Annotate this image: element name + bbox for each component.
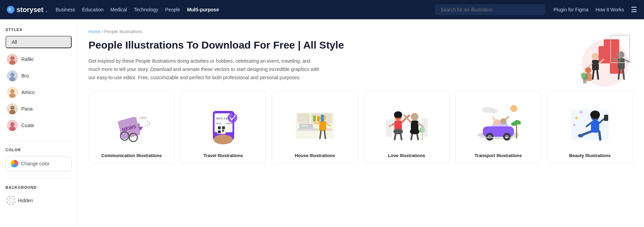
- svg-point-67: [300, 124, 309, 127]
- amico-avatar: [7, 87, 18, 98]
- svg-rect-58: [222, 130, 224, 132]
- svg-rect-57: [218, 131, 221, 133]
- svg-line-33: [623, 69, 624, 79]
- svg-point-59: [228, 113, 237, 123]
- svg-point-48: [139, 116, 147, 119]
- svg-rect-17: [9, 198, 13, 203]
- svg-point-6: [10, 73, 14, 77]
- svg-point-99: [488, 135, 492, 139]
- svg-line-32: [619, 69, 620, 79]
- svg-rect-55: [218, 126, 221, 129]
- svg-text:✿: ✿: [580, 110, 582, 114]
- card-travel-label: Travel Illustrations: [186, 153, 260, 158]
- background-hidden-icon: [7, 196, 15, 205]
- svg-rect-74: [313, 115, 316, 122]
- card-house[interactable]: House Illustrations: [272, 91, 358, 164]
- svg-rect-75: [317, 116, 320, 122]
- svg-line-46: [129, 136, 129, 137]
- card-travel[interactable]: NYC-AMS NYC → AMS: [180, 91, 266, 164]
- card-communication[interactable]: NEWS Communication Illustrations: [89, 91, 175, 164]
- nav-technology[interactable]: Technology: [134, 7, 158, 12]
- style-bro[interactable]: Bro: [6, 68, 72, 84]
- breadcrumb-home[interactable]: Home: [89, 29, 101, 34]
- amico-avatar-img: [7, 87, 18, 98]
- page-title: People Illustrations To Download For Fre…: [89, 38, 633, 52]
- navigation: S storyset. Business Education Medical T…: [0, 0, 644, 19]
- sidebar-divider-1: [6, 141, 72, 141]
- svg-rect-76: [321, 115, 324, 122]
- bro-avatar-img: [7, 70, 18, 81]
- svg-rect-63: [298, 113, 310, 123]
- svg-text:★: ★: [574, 115, 579, 121]
- background-hidden-label: Hidden: [18, 198, 33, 203]
- card-house-label: House Illustrations: [278, 153, 352, 158]
- nav-business[interactable]: Business: [55, 7, 75, 12]
- card-transport[interactable]: Transport Illustrations: [455, 91, 541, 164]
- pana-avatar: [7, 103, 18, 114]
- svg-rect-61: [215, 137, 231, 141]
- svg-point-9: [10, 89, 14, 93]
- svg-point-12: [10, 106, 14, 110]
- svg-line-30: [593, 70, 594, 79]
- communication-illustration: NEWS: [94, 97, 169, 149]
- color-section-title: COLOR: [6, 148, 72, 152]
- cuate-avatar: [7, 120, 18, 131]
- svg-rect-120: [604, 115, 608, 121]
- how-it-works-link[interactable]: How It Works: [595, 7, 624, 12]
- logo-icon: S: [7, 6, 14, 13]
- svg-rect-95: [422, 118, 428, 137]
- svg-rect-69: [319, 121, 326, 131]
- style-amico[interactable]: Amico: [6, 84, 72, 101]
- styles-section-title: STYLES: [6, 28, 72, 32]
- svg-point-106: [510, 105, 517, 112]
- background-hidden-item[interactable]: Hidden: [6, 194, 72, 207]
- card-beauty[interactable]: ★ ✿ ✦ Beauty Illustrations: [547, 91, 633, 164]
- svg-text:NYC → AMS: NYC → AMS: [216, 122, 232, 125]
- hamburger-icon[interactable]: ☰: [631, 6, 637, 14]
- svg-line-31: [597, 70, 598, 79]
- svg-rect-56: [222, 126, 225, 129]
- love-illustration: [370, 97, 444, 149]
- card-love[interactable]: Love Illustrations: [364, 91, 450, 164]
- hero-svg: [580, 25, 633, 94]
- transport-illustration: [461, 97, 536, 149]
- nav-education[interactable]: Education: [82, 7, 103, 12]
- change-color-button[interactable]: Change color: [6, 156, 72, 171]
- svg-rect-94: [386, 120, 392, 137]
- svg-point-34: [585, 67, 591, 73]
- color-pie-icon: [11, 160, 18, 167]
- svg-point-91: [410, 129, 419, 134]
- plugin-figma-link[interactable]: Plugin for Figma: [553, 7, 589, 12]
- nav-people[interactable]: People: [165, 7, 180, 12]
- search-input[interactable]: [435, 4, 545, 15]
- sidebar: STYLES All Rafiki Bro: [0, 19, 77, 227]
- nav-multipurpose[interactable]: Multi-purpose: [187, 7, 219, 12]
- amico-label: Amico: [21, 90, 35, 95]
- nav-right: Plugin for Figma How It Works ☰: [553, 6, 637, 14]
- svg-point-83: [393, 129, 403, 134]
- svg-point-26: [617, 51, 624, 58]
- svg-point-40: [581, 72, 585, 77]
- nav-links: Business Education Medical Technology Pe…: [55, 7, 427, 12]
- house-illustration: [278, 97, 352, 149]
- style-all-button[interactable]: All: [6, 36, 72, 48]
- logo[interactable]: S storyset.: [7, 6, 47, 14]
- cuate-label: Cuate: [21, 123, 34, 128]
- svg-text:✦: ✦: [573, 123, 576, 127]
- style-rafiki[interactable]: Rafiki: [6, 51, 72, 68]
- main-content: Home / People Illustrations People Illus…: [77, 19, 644, 227]
- card-communication-label: Communication Illustrations: [94, 153, 169, 158]
- style-cuate[interactable]: Cuate: [6, 117, 72, 134]
- header-area: Home / People Illustrations People Illus…: [89, 29, 633, 82]
- breadcrumb: Home / People Illustrations: [89, 29, 633, 34]
- cuate-avatar-img: [7, 120, 18, 131]
- style-pana[interactable]: Pana: [6, 101, 72, 117]
- svg-point-122: [590, 111, 600, 119]
- nav-medical[interactable]: Medical: [110, 7, 127, 12]
- page-description: Get inspired by these People illustratio…: [89, 57, 323, 82]
- rafiki-label: Rafiki: [21, 56, 33, 62]
- bro-avatar: [7, 70, 18, 81]
- svg-line-70: [314, 123, 319, 124]
- svg-point-15: [10, 122, 14, 126]
- card-beauty-label: Beauty Illustrations: [553, 153, 627, 158]
